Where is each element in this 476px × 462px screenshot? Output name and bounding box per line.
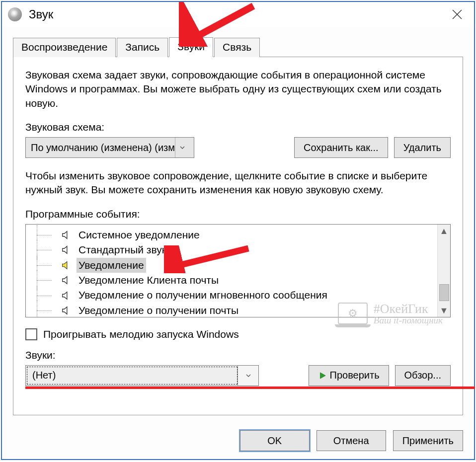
- speaker-icon: [61, 290, 72, 301]
- speaker-active-icon: [61, 260, 72, 271]
- event-label: Стандартный звук: [77, 242, 168, 257]
- event-item[interactable]: Уведомление Клиента почты: [36, 273, 434, 288]
- test-button[interactable]: Проверить: [309, 365, 389, 386]
- titlebar: Звук: [2, 2, 474, 27]
- sounds-selected-value: (Нет): [27, 367, 238, 385]
- speaker-icon: [61, 275, 72, 286]
- play-icon: [318, 371, 327, 380]
- event-item[interactable]: Уведомление: [36, 258, 434, 273]
- events-hint: Чтобы изменить звуковое сопровождение, щ…: [25, 169, 451, 197]
- event-item[interactable]: Стандартный звук: [36, 242, 434, 257]
- sound-dialog: Звук Воспроизведение Запись Звуки Связь …: [1, 1, 475, 460]
- sounds-dropdown[interactable]: (Нет): [25, 365, 259, 386]
- event-label: Уведомление о получении мгновенного сооб…: [77, 288, 329, 303]
- event-label: Уведомление о получении почты: [77, 303, 240, 317]
- event-item[interactable]: Уведомление о получении мгновенного сооб…: [36, 288, 434, 303]
- speaker-icon: [61, 305, 72, 316]
- tab-playback[interactable]: Воспроизведение: [13, 38, 116, 57]
- tree-guide: [36, 273, 61, 287]
- event-label: Уведомление: [77, 258, 146, 273]
- tree-guide: [36, 228, 61, 242]
- tree-guide: [36, 258, 61, 272]
- scrollbar[interactable]: ▲ ▼: [437, 225, 450, 317]
- sounds-label: Звуки:: [25, 349, 451, 361]
- scheme-label: Звуковая схема:: [25, 121, 451, 133]
- scheme-selected-value: По умолчанию (изменена) (изм: [31, 142, 175, 154]
- tab-recording[interactable]: Запись: [117, 38, 168, 57]
- event-label: Уведомление Клиента почты: [77, 273, 221, 288]
- tab-area: Воспроизведение Запись Звуки Связь: [13, 37, 463, 57]
- chevron-down-icon: [238, 366, 258, 385]
- list-inner: Системное уведомление Стандартный звук: [26, 225, 437, 317]
- play-startup-label: Проигрывать мелодию запуска Windows: [43, 328, 239, 340]
- dialog-buttons: OK Отмена Применить: [13, 430, 463, 451]
- apply-button[interactable]: Применить: [393, 430, 463, 451]
- window-title: Звук: [29, 7, 53, 21]
- program-events-list[interactable]: Системное уведомление Стандартный звук: [25, 224, 451, 317]
- tree-guide: [36, 304, 61, 317]
- event-item[interactable]: Уведомление о получении почты: [36, 303, 434, 317]
- speaker-app-icon: [8, 7, 22, 21]
- cancel-button[interactable]: Отмена: [317, 430, 386, 451]
- save-as-button[interactable]: Сохранить как...: [294, 137, 388, 158]
- events-label: Программные события:: [25, 208, 451, 220]
- test-button-label: Проверить: [330, 370, 380, 381]
- scheme-dropdown[interactable]: По умолчанию (изменена) (изм: [25, 137, 194, 158]
- browse-button[interactable]: Обзор...: [395, 365, 451, 386]
- event-item[interactable]: Системное уведомление: [36, 228, 434, 242]
- annotation-underline: [25, 386, 475, 389]
- play-startup-row[interactable]: Проигрывать мелодию запуска Windows: [25, 328, 451, 340]
- tab-strip: Воспроизведение Запись Звуки Связь: [13, 37, 463, 57]
- tab-sounds[interactable]: Звуки: [169, 37, 213, 57]
- ok-button[interactable]: OK: [240, 430, 310, 451]
- sounds-panel: Звуковая схема задает звуки, сопровождаю…: [13, 57, 463, 415]
- chevron-down-icon: [175, 138, 189, 157]
- close-button[interactable]: [446, 3, 468, 25]
- tab-communications[interactable]: Связь: [214, 38, 260, 57]
- panel-wrap: Звуковая схема задает звуки, сопровождаю…: [13, 57, 463, 415]
- tree-guide: [36, 289, 61, 303]
- close-icon: [451, 8, 463, 20]
- scroll-up-icon[interactable]: ▲: [440, 225, 449, 237]
- speaker-icon: [61, 244, 72, 255]
- event-label: Системное уведомление: [77, 228, 202, 242]
- speaker-icon: [61, 230, 72, 240]
- scroll-down-icon[interactable]: ▼: [440, 304, 449, 317]
- delete-button[interactable]: Удалить: [394, 137, 451, 158]
- scheme-description: Звуковая схема задает звуки, сопровождаю…: [25, 68, 451, 110]
- tree-guide: [36, 243, 61, 257]
- play-startup-checkbox[interactable]: [25, 328, 37, 340]
- scroll-thumb[interactable]: [439, 284, 449, 301]
